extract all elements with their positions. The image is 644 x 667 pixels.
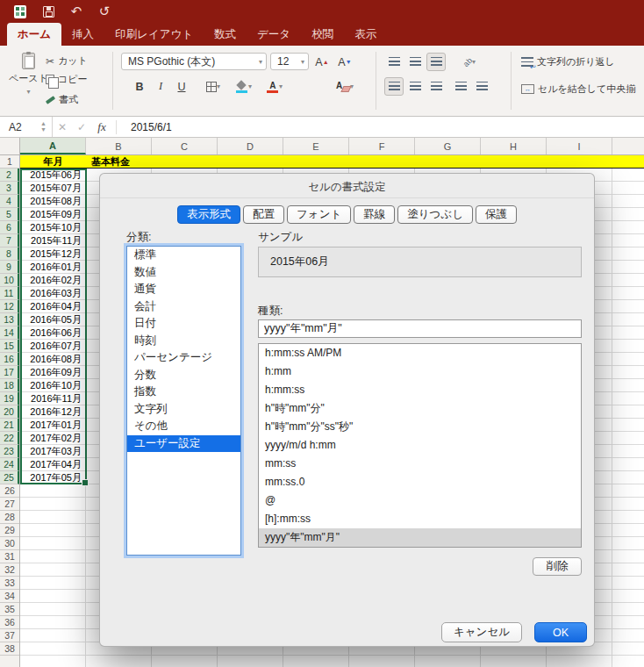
- name-box[interactable]: A2 ▲▼: [0, 117, 53, 137]
- align-left-button[interactable]: [384, 77, 404, 96]
- cell-A13[interactable]: 2016年05月: [20, 313, 86, 326]
- cell-A10[interactable]: 2016年02月: [20, 274, 86, 287]
- increase-indent-button[interactable]: [472, 77, 491, 96]
- row-header-36[interactable]: 36: [0, 616, 19, 629]
- align-right-button[interactable]: [426, 77, 446, 96]
- row-header-29[interactable]: 29: [0, 524, 19, 537]
- cell-A2[interactable]: 2015年06月: [20, 169, 86, 182]
- category-item-3[interactable]: 会計: [127, 298, 240, 316]
- row-header-1[interactable]: 1: [0, 155, 19, 169]
- dialog-tab-4[interactable]: 塗りつぶし: [397, 205, 473, 224]
- cell-A12[interactable]: 2016年04月: [20, 300, 86, 313]
- copy-button[interactable]: コピー: [46, 73, 88, 86]
- format-item-4[interactable]: h"時"mm"分"ss"秒": [259, 418, 581, 436]
- format-painter-button[interactable]: 書式: [46, 93, 78, 106]
- category-item-4[interactable]: 日付: [127, 315, 240, 333]
- align-bottom-button[interactable]: [426, 53, 446, 71]
- ribbon-tab-0[interactable]: ホーム: [7, 23, 61, 46]
- cell-A25[interactable]: 2017年05月: [20, 471, 86, 484]
- format-item-1[interactable]: h:mm: [259, 362, 581, 381]
- align-middle-button[interactable]: [405, 53, 425, 71]
- row-header-21[interactable]: 21: [0, 419, 19, 432]
- decrease-indent-button[interactable]: [451, 77, 470, 96]
- ribbon-tab-1[interactable]: 挿入: [61, 23, 104, 46]
- format-item-7[interactable]: mm:ss.0: [259, 473, 581, 491]
- row-header-15[interactable]: 15: [0, 340, 19, 353]
- row-header-28[interactable]: 28: [0, 511, 19, 524]
- row-header-6[interactable]: 6: [0, 221, 19, 234]
- row-header-26[interactable]: 26: [0, 484, 19, 498]
- font-color-button[interactable]: A▾: [261, 77, 288, 96]
- delete-button[interactable]: 削除: [533, 557, 582, 576]
- cell-A7[interactable]: 2015年11月: [20, 234, 86, 247]
- ribbon-tab-3[interactable]: 数式: [204, 23, 247, 46]
- cell-A23[interactable]: 2017年03月: [20, 445, 86, 458]
- row-header-19[interactable]: 19: [0, 392, 19, 405]
- select-all-corner[interactable]: [0, 138, 20, 155]
- cell-A6[interactable]: 2015年10月: [20, 221, 86, 234]
- cell-A11[interactable]: 2016年03月: [20, 287, 86, 300]
- type-input[interactable]: [258, 319, 582, 338]
- ok-button[interactable]: OK: [534, 622, 587, 642]
- fill-color-button[interactable]: ▾: [230, 77, 258, 96]
- italic-button[interactable]: I: [151, 77, 170, 96]
- format-item-6[interactable]: mm:ss: [259, 455, 581, 473]
- category-listbox[interactable]: 標準数値通貨会計日付時刻パーセンテージ分数指数文字列その他ユーザー設定: [126, 246, 241, 556]
- cell-A3[interactable]: 2015年07月: [20, 182, 86, 195]
- font-size-dropdown[interactable]: 12 ▾: [270, 53, 309, 70]
- cell-A22[interactable]: 2017年02月: [20, 432, 86, 445]
- category-item-5[interactable]: 時刻: [127, 333, 240, 350]
- row-header-11[interactable]: 11: [0, 287, 19, 300]
- ribbon-tab-5[interactable]: 校閲: [301, 23, 344, 46]
- row-header-10[interactable]: 10: [0, 274, 19, 287]
- font-name-dropdown[interactable]: MS PGothic (本文) ▾: [121, 53, 267, 70]
- format-item-9[interactable]: [h]:mm:ss: [259, 510, 581, 528]
- formula-bar-value[interactable]: 2015/6/1: [131, 121, 172, 133]
- column-header-I[interactable]: I: [547, 138, 612, 154]
- cell-A18[interactable]: 2016年10月: [20, 379, 86, 392]
- row-header-18[interactable]: 18: [0, 379, 19, 392]
- align-top-button[interactable]: [384, 53, 404, 71]
- row-header-2[interactable]: 2: [0, 169, 19, 182]
- column-header-C[interactable]: C: [152, 138, 218, 154]
- column-header-G[interactable]: G: [415, 138, 481, 154]
- format-item-0[interactable]: h:mm:ss AM/PM: [259, 344, 581, 362]
- format-item-8[interactable]: @: [259, 491, 581, 510]
- align-center-button[interactable]: [405, 77, 425, 96]
- format-listbox[interactable]: h:mm:ss AM/PMh:mmh:mm:ssh"時"mm"分"h"時"mm"…: [258, 343, 582, 548]
- redo-button[interactable]: ↺: [97, 4, 112, 19]
- clear-formatting-button[interactable]: A▾: [330, 77, 360, 96]
- category-item-0[interactable]: 標準: [127, 247, 240, 264]
- cut-button[interactable]: ✂ カット: [46, 54, 88, 68]
- row-header-13[interactable]: 13: [0, 313, 19, 326]
- format-item-3[interactable]: h"時"mm"分": [259, 399, 581, 418]
- row-header-24[interactable]: 24: [0, 458, 19, 471]
- cell-A5[interactable]: 2015年09月: [20, 208, 86, 221]
- cell-B1[interactable]: 基本料金: [91, 155, 130, 168]
- insert-function-button[interactable]: fx: [91, 120, 112, 134]
- row-header-27[interactable]: 27: [0, 498, 19, 511]
- cell-A8[interactable]: 2015年12月: [20, 247, 86, 261]
- cell-A19[interactable]: 2016年11月: [20, 392, 86, 405]
- dialog-tab-5[interactable]: 保護: [476, 205, 517, 224]
- row-header-23[interactable]: 23: [0, 445, 19, 458]
- category-item-6[interactable]: パーセンテージ: [127, 349, 240, 367]
- row-header-38[interactable]: 38: [0, 642, 19, 656]
- row-header-34[interactable]: 34: [0, 590, 19, 603]
- ribbon-tab-4[interactable]: データ: [247, 23, 301, 46]
- merge-center-button[interactable]: ↔ セルを結合して中央揃: [521, 82, 642, 96]
- app-icon[interactable]: [12, 4, 28, 19]
- category-item-10[interactable]: その他: [127, 418, 240, 435]
- name-box-stepper-icon[interactable]: ▲▼: [40, 120, 47, 133]
- row-header-8[interactable]: 8: [0, 247, 19, 261]
- row-header-35[interactable]: 35: [0, 603, 19, 616]
- cell-A9[interactable]: 2016年01月: [20, 261, 86, 274]
- category-item-9[interactable]: 文字列: [127, 401, 240, 419]
- save-button[interactable]: [40, 4, 56, 19]
- cell-A15[interactable]: 2016年07月: [20, 340, 86, 353]
- row-header-33[interactable]: 33: [0, 577, 19, 590]
- category-item-11[interactable]: ユーザー設定: [127, 435, 240, 453]
- dialog-tab-2[interactable]: フォント: [287, 205, 351, 224]
- orientation-button[interactable]: ab▾: [454, 53, 484, 71]
- cell-A24[interactable]: 2017年04月: [20, 458, 86, 471]
